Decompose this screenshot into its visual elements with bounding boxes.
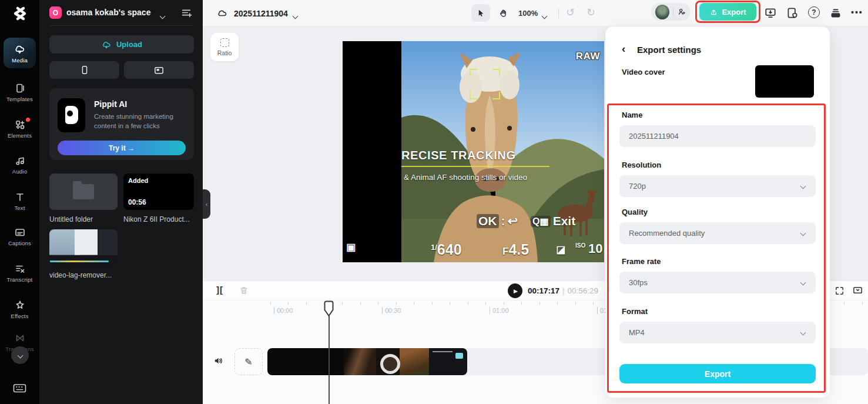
sidebar-item-captions[interactable]: Captions (4, 226, 36, 246)
import-from-phone-button[interactable] (49, 61, 119, 79)
mute-track-button[interactable] (213, 355, 224, 369)
sidebar-item-text[interactable]: Text (4, 191, 36, 211)
media-item-nikon-video[interactable]: Added 00:56 (123, 173, 194, 210)
format-label: Format (622, 307, 648, 316)
export-button[interactable]: Export (699, 3, 756, 21)
back-button[interactable]: ‹ (622, 43, 625, 55)
preview-display-button[interactable] (852, 285, 863, 299)
divider (673, 8, 673, 16)
pippit-glyph-icon (65, 106, 78, 124)
shutter-speed: 1/640 (431, 241, 462, 258)
help-button[interactable]: ? (808, 6, 820, 18)
sidebar-item-label: Audio (12, 168, 27, 175)
chevron-down-icon (800, 183, 806, 189)
playhead-handle[interactable] (324, 301, 334, 317)
playhead-line[interactable] (329, 302, 330, 404)
timeline-clip[interactable] (267, 348, 467, 375)
frame-rate-select[interactable]: 30fps (619, 272, 816, 293)
chevron-down-icon (293, 14, 299, 19)
corner-display-icon: ▣ (346, 241, 356, 253)
video-thumbnail (49, 229, 118, 268)
name-input[interactable] (619, 125, 816, 147)
cursor-icon (476, 8, 485, 18)
play-button[interactable]: ▶ (508, 283, 522, 298)
sidebar-item-templates[interactable]: Templates (4, 82, 36, 102)
sidebar-item-effects[interactable]: Effects (4, 299, 36, 319)
panel-collapse-handle[interactable]: ‹ (203, 189, 210, 219)
trash-icon (239, 285, 249, 296)
total-duration: 00:56:29 (568, 286, 599, 295)
video-cover-thumbnail[interactable] (755, 65, 814, 98)
sidebar-collapse-button[interactable] (11, 346, 29, 364)
format-select[interactable]: MP4 (619, 322, 816, 343)
upload-button[interactable]: Upload (49, 35, 194, 54)
export-confirm-button[interactable]: Export (619, 364, 816, 383)
folder-icon (73, 184, 94, 199)
headline-underline (401, 166, 549, 167)
zoom-menu[interactable] (542, 10, 547, 21)
audio-icon (14, 155, 26, 166)
workspace-name[interactable]: osama kokab's space (66, 8, 150, 17)
sidebar-item-elements[interactable]: Elements (4, 119, 36, 139)
keyboard-shortcuts-button[interactable] (12, 382, 27, 396)
pippit-title: Pippit AI (94, 99, 127, 109)
effects-icon (14, 299, 26, 311)
exit-label: Exit (553, 214, 576, 228)
add-person-icon (677, 7, 686, 16)
select-tool-button[interactable] (471, 4, 490, 22)
fullscreen-timeline-button[interactable] (834, 285, 845, 299)
play-icon: ▶ (514, 288, 518, 294)
hand-tool-button[interactable] (494, 4, 512, 22)
video-preview[interactable]: RAW RECISE TRACKING & Animal AF shooting… (343, 41, 604, 262)
quality-value: Recommended quality (629, 229, 705, 238)
undo-button[interactable]: ↺ (566, 6, 575, 19)
export-settings-panel: ‹ Export settings Video cover Name Resol… (605, 26, 830, 398)
cloud-media-icon (14, 43, 26, 55)
split-clip-button[interactable]: ][ (216, 285, 223, 295)
divider (49, 25, 194, 26)
transcript-icon (14, 263, 26, 275)
quality-select[interactable]: Recommended quality (619, 222, 816, 244)
share-export-icon (709, 8, 718, 16)
primary-sidebar: Media Templates Elements Audio (0, 0, 39, 404)
screen-record-button[interactable] (124, 61, 194, 79)
zoom-level[interactable]: 100% (518, 9, 538, 18)
content-safety-button[interactable] (786, 6, 799, 22)
install-app-button[interactable] (764, 6, 777, 22)
draw-cover-button[interactable]: ✎ (234, 348, 263, 375)
project-menu[interactable] (293, 10, 297, 21)
divider (558, 8, 559, 18)
redo-button[interactable]: ↻ (587, 6, 595, 19)
aperture: F4.5 (502, 241, 529, 258)
upload-label: Upload (116, 40, 142, 49)
resolution-select[interactable]: 720p (619, 175, 816, 197)
duration-badge: 00:56 (128, 198, 146, 206)
sidebar-item-media[interactable]: Media (4, 38, 36, 68)
more-menu-button[interactable]: ••• (851, 8, 863, 17)
playlist-add-button[interactable] (180, 6, 193, 21)
user-avatar (655, 5, 669, 19)
sidebar-item-label: Media (12, 57, 28, 64)
sidebar-item-audio[interactable]: Audio (4, 155, 36, 175)
clip-frame-hand-camera (344, 348, 376, 375)
media-item-lag-remover-video[interactable] (49, 229, 118, 268)
captions-icon (14, 226, 26, 238)
pippit-try-it-button[interactable]: Try it → (58, 141, 186, 155)
keyboard-icon (12, 382, 27, 394)
workspace-avatar[interactable]: O (49, 6, 62, 19)
collaborators[interactable] (651, 3, 691, 21)
notification-dot (26, 118, 30, 122)
media-item-untitled-folder[interactable] (49, 173, 118, 210)
resolution-label: Resolution (622, 161, 661, 169)
sidebar-item-transcript[interactable]: Transcript (4, 263, 36, 283)
workspace-switcher[interactable] (160, 10, 165, 21)
device-shield-icon (786, 6, 799, 19)
ruler-tick-label: 01:00 (490, 307, 509, 314)
upload-cloud-icon (101, 39, 112, 50)
drafts-button[interactable] (829, 6, 842, 22)
ratio-button[interactable]: Ratio (210, 33, 239, 61)
back-arrow-icon: ↩ (508, 214, 518, 228)
delete-clip-button[interactable] (239, 285, 249, 298)
fullscreen-icon (834, 285, 845, 296)
project-name[interactable]: 202511211904 (234, 9, 288, 18)
